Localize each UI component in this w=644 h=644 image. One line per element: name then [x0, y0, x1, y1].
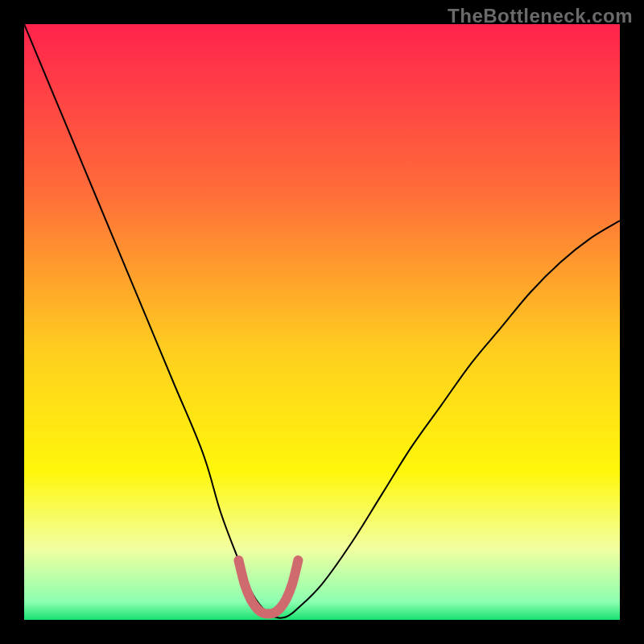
plot-area	[24, 24, 620, 620]
watermark-text: TheBottleneck.com	[448, 5, 633, 27]
chart-frame: TheBottleneck.com	[0, 0, 644, 644]
bottleneck-chart	[24, 24, 620, 620]
gradient-background	[24, 24, 620, 620]
